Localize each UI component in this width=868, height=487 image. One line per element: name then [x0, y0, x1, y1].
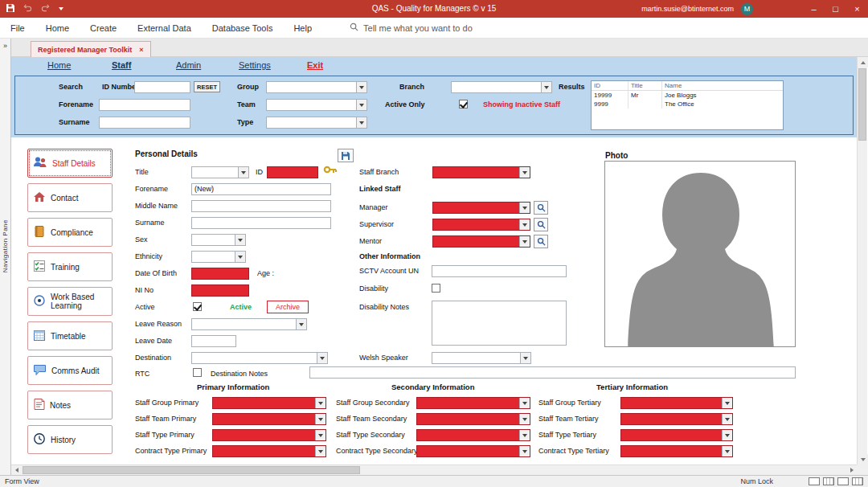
- save-record-button[interactable]: [338, 149, 354, 162]
- staff-type-primary-combo[interactable]: [212, 429, 326, 441]
- rtc-checkbox[interactable]: [193, 368, 202, 377]
- sidebar-item-timetable[interactable]: Timetable: [27, 321, 113, 350]
- chevron-down-icon[interactable]: [356, 82, 366, 92]
- menu-item-external-data[interactable]: External Data: [127, 18, 202, 39]
- chevron-down-icon[interactable]: [315, 398, 326, 408]
- chevron-down-icon[interactable]: [296, 319, 306, 329]
- contract-type-tertiary-combo[interactable]: [620, 445, 733, 457]
- menu-item-home[interactable]: Home: [35, 18, 80, 39]
- chevron-down-icon[interactable]: [519, 430, 530, 440]
- mentor-lookup-button[interactable]: [534, 235, 548, 248]
- chevron-down-icon[interactable]: [722, 430, 732, 440]
- menu-item-database-tools[interactable]: Database Tools: [202, 18, 284, 39]
- chevron-down-icon[interactable]: [315, 446, 326, 456]
- active-only-checkbox[interactable]: [459, 100, 468, 108]
- vertical-scrollbar[interactable]: [857, 57, 867, 464]
- contract-type-primary-combo[interactable]: [212, 445, 326, 457]
- staff-type-secondary-combo[interactable]: [416, 429, 530, 441]
- chevron-down-icon[interactable]: [519, 446, 530, 456]
- sidebar-item-comms-audit[interactable]: Comms Audit: [27, 356, 113, 385]
- active-checkbox[interactable]: [193, 302, 202, 311]
- tell-me-search[interactable]: Tell me what you want to do: [350, 23, 473, 33]
- manager-combo[interactable]: [432, 202, 530, 214]
- sidebar-item-staff-details[interactable]: Staff Details: [27, 149, 113, 178]
- form-nav-admin[interactable]: Admin: [176, 60, 201, 70]
- staff-team-primary-combo[interactable]: [212, 413, 326, 425]
- chevron-down-icon[interactable]: [519, 203, 530, 213]
- id-number-input[interactable]: [134, 81, 190, 93]
- manager-lookup-button[interactable]: [534, 201, 548, 215]
- layout-view-icon[interactable]: [837, 477, 849, 485]
- leave-date-field[interactable]: [191, 335, 236, 347]
- chevron-down-icon[interactable]: [722, 414, 732, 424]
- disability-checkbox[interactable]: [432, 284, 440, 293]
- photo-frame[interactable]: [604, 161, 796, 347]
- design-view-icon[interactable]: [852, 477, 863, 485]
- staff-group-tertiary-combo[interactable]: [620, 397, 733, 409]
- close-button[interactable]: ×: [846, 0, 868, 18]
- expand-pane-icon[interactable]: »: [0, 42, 10, 50]
- reset-button[interactable]: RESET: [194, 81, 220, 92]
- horizontal-scrollbar[interactable]: [11, 464, 857, 475]
- type-combo[interactable]: [266, 117, 367, 129]
- scroll-down-icon[interactable]: [858, 454, 868, 464]
- sex-combo[interactable]: [191, 234, 246, 246]
- sidebar-item-contact[interactable]: Contact: [27, 183, 113, 212]
- chevron-down-icon[interactable]: [317, 353, 327, 363]
- form-nav-home[interactable]: Home: [47, 60, 71, 70]
- mentor-combo[interactable]: [432, 235, 530, 248]
- scroll-up-icon[interactable]: [858, 57, 868, 68]
- ni-no-field[interactable]: [191, 284, 249, 297]
- chevron-down-icon[interactable]: [519, 219, 530, 230]
- forename-search-input[interactable]: [99, 99, 190, 111]
- maximize-button[interactable]: □: [825, 0, 846, 18]
- account-avatar[interactable]: M: [741, 3, 753, 15]
- navigation-pane-label[interactable]: Navigation Pane: [2, 219, 9, 272]
- scroll-right-icon[interactable]: [846, 465, 857, 475]
- menu-item-help[interactable]: Help: [283, 18, 322, 39]
- chevron-down-icon[interactable]: [519, 398, 530, 408]
- staff-branch-combo[interactable]: [432, 166, 530, 178]
- horizontal-scroll-thumb[interactable]: [23, 466, 360, 474]
- chevron-down-icon[interactable]: [722, 446, 732, 456]
- minimize-button[interactable]: –: [803, 0, 825, 18]
- vertical-scroll-thumb[interactable]: [858, 68, 866, 141]
- staff-group-primary-combo[interactable]: [212, 397, 326, 409]
- title-combo[interactable]: [191, 166, 249, 178]
- staff-group-secondary-combo[interactable]: [416, 397, 530, 409]
- welsh-speaker-combo[interactable]: [432, 352, 531, 364]
- supervisor-lookup-button[interactable]: [534, 218, 548, 231]
- tab-registered-manager-toolkit[interactable]: Registered Manager Toolkit ×: [31, 41, 151, 57]
- middle-name-field[interactable]: [191, 200, 331, 212]
- surname-field[interactable]: [191, 217, 331, 229]
- sidebar-item-compliance[interactable]: Compliance: [27, 218, 113, 247]
- chevron-down-icon[interactable]: [315, 430, 326, 440]
- chevron-down-icon[interactable]: [722, 398, 732, 408]
- sidebar-item-history[interactable]: History: [27, 425, 113, 454]
- destination-notes-field[interactable]: [309, 366, 796, 379]
- results-list[interactable]: ID Title Name 19999 Mr Joe Bloggs 9999 T…: [591, 80, 784, 130]
- chevron-down-icon[interactable]: [541, 82, 551, 92]
- chevron-down-icon[interactable]: [519, 236, 530, 247]
- form-nav-settings[interactable]: Settings: [239, 60, 271, 70]
- archive-button[interactable]: Archive: [267, 301, 309, 313]
- id-field[interactable]: [267, 166, 318, 178]
- results-row[interactable]: 9999 The Office: [592, 100, 783, 108]
- chevron-down-icon[interactable]: [520, 353, 530, 363]
- chevron-down-icon[interactable]: [235, 252, 245, 262]
- staff-type-tertiary-combo[interactable]: [620, 429, 733, 441]
- group-combo[interactable]: [266, 81, 367, 93]
- form-nav-staff[interactable]: Staff: [112, 60, 131, 70]
- staff-team-secondary-combo[interactable]: [416, 413, 530, 425]
- sctv-account-field[interactable]: [432, 265, 567, 277]
- dob-field[interactable]: [191, 268, 249, 280]
- destination-combo[interactable]: [191, 352, 328, 364]
- form-nav-exit[interactable]: Exit: [307, 60, 323, 70]
- menu-item-create[interactable]: Create: [80, 18, 127, 39]
- chevron-down-icon[interactable]: [519, 414, 530, 424]
- chevron-down-icon[interactable]: [315, 414, 326, 424]
- menu-item-file[interactable]: File: [0, 18, 35, 39]
- form-view-icon[interactable]: [809, 477, 820, 485]
- team-combo[interactable]: [266, 99, 367, 111]
- sidebar-item-work-based-learning[interactable]: Work Based Learning: [27, 287, 113, 316]
